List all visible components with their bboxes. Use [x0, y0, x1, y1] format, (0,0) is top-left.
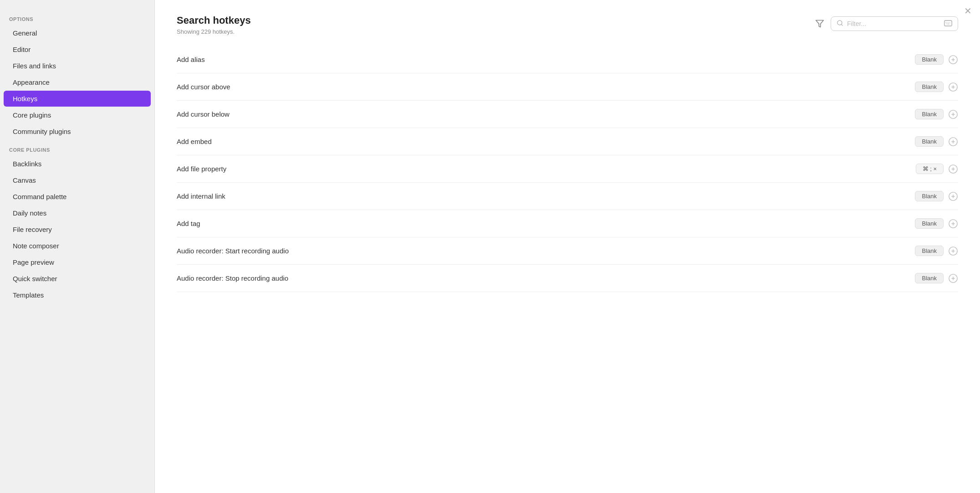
filter-icon — [815, 19, 824, 28]
hotkey-row-add-file-property: Add file property⌘ ; × — [177, 155, 958, 183]
header-title-area: Search hotkeys Showing 229 hotkeys. — [177, 15, 251, 35]
hotkeys-list: Add aliasBlankAdd cursor aboveBlankAdd c… — [155, 35, 980, 493]
hotkey-controls-add-cursor-below: Blank — [915, 109, 958, 119]
hotkey-name-audio-recorder-stop: Audio recorder: Stop recording audio — [177, 274, 288, 282]
filter-button[interactable] — [813, 17, 826, 30]
hotkey-badge-add-cursor-below: Blank — [915, 109, 944, 119]
hotkey-name-add-internal-link: Add internal link — [177, 192, 225, 200]
add-hotkey-button-add-cursor-below[interactable] — [948, 109, 958, 119]
main-content: ✕ Search hotkeys Showing 229 hotkeys. — [155, 0, 980, 493]
hotkey-controls-add-file-property: ⌘ ; × — [916, 164, 958, 174]
hotkey-controls-add-embed: Blank — [915, 136, 958, 147]
hotkey-controls-add-alias: Blank — [915, 54, 958, 65]
sidebar-item-quick-switcher[interactable]: Quick switcher — [4, 271, 151, 287]
sidebar-item-appearance[interactable]: Appearance — [4, 74, 151, 90]
hotkey-badge-audio-recorder-stop: Blank — [915, 273, 944, 283]
hotkey-controls-add-internal-link: Blank — [915, 191, 958, 201]
page-title: Search hotkeys — [177, 15, 251, 26]
main-header: Search hotkeys Showing 229 hotkeys. — [155, 0, 980, 35]
core-plugins-section-label: Core plugins — [0, 140, 154, 155]
hotkey-name-add-alias: Add alias — [177, 56, 205, 63]
hotkey-controls-audio-recorder-start: Blank — [915, 246, 958, 256]
add-hotkey-button-add-embed[interactable] — [948, 137, 958, 147]
hotkey-badge-add-internal-link: Blank — [915, 191, 944, 201]
add-hotkey-button-audio-recorder-start[interactable] — [948, 246, 958, 256]
hotkey-row-add-alias: Add aliasBlank — [177, 46, 958, 73]
sidebar-item-daily-notes[interactable]: Daily notes — [4, 205, 151, 221]
hotkey-name-add-tag: Add tag — [177, 220, 200, 227]
sidebar-item-core-plugins[interactable]: Core plugins — [4, 107, 151, 123]
options-section-label: Options — [0, 9, 154, 25]
sidebar-item-community-plugins[interactable]: Community plugins — [4, 123, 151, 139]
hotkey-name-add-file-property: Add file property — [177, 165, 226, 173]
add-hotkey-button-add-tag[interactable] — [948, 219, 958, 229]
hotkey-row-audio-recorder-start: Audio recorder: Start recording audioBla… — [177, 237, 958, 265]
add-hotkey-button-audio-recorder-stop[interactable] — [948, 273, 958, 283]
hotkey-name-add-embed: Add embed — [177, 138, 212, 145]
sidebar-item-general[interactable]: General — [4, 25, 151, 41]
hotkey-controls-audio-recorder-stop: Blank — [915, 273, 958, 283]
hotkey-row-add-internal-link: Add internal linkBlank — [177, 183, 958, 210]
filter-input-wrapper — [831, 16, 958, 31]
sidebar-item-canvas[interactable]: Canvas — [4, 172, 151, 188]
add-hotkey-button-add-internal-link[interactable] — [948, 191, 958, 201]
hotkey-row-add-cursor-below: Add cursor belowBlank — [177, 101, 958, 128]
keyboard-icon — [944, 20, 952, 28]
svg-marker-0 — [816, 21, 824, 27]
hotkey-name-add-cursor-below: Add cursor below — [177, 110, 230, 118]
hotkey-badge-add-file-property: ⌘ ; × — [916, 164, 944, 174]
hotkey-row-add-cursor-above: Add cursor aboveBlank — [177, 73, 958, 101]
close-button[interactable]: ✕ — [964, 5, 972, 16]
sidebar-item-command-palette[interactable]: Command palette — [4, 189, 151, 205]
hotkey-name-audio-recorder-start: Audio recorder: Start recording audio — [177, 247, 289, 255]
hotkey-badge-add-tag: Blank — [915, 218, 944, 229]
hotkey-name-add-cursor-above: Add cursor above — [177, 83, 230, 91]
sidebar-item-backlinks[interactable]: Backlinks — [4, 156, 151, 172]
sidebar-item-hotkeys[interactable]: Hotkeys — [4, 91, 151, 107]
sidebar-item-note-composer[interactable]: Note composer — [4, 238, 151, 254]
hotkey-badge-add-embed: Blank — [915, 136, 944, 147]
hotkey-badge-audio-recorder-start: Blank — [915, 246, 944, 256]
sidebar-item-files-and-links[interactable]: Files and links — [4, 58, 151, 74]
hotkey-controls-add-cursor-above: Blank — [915, 82, 958, 92]
hotkey-row-add-tag: Add tagBlank — [177, 210, 958, 237]
sidebar: Options GeneralEditorFiles and linksAppe… — [0, 0, 155, 493]
hotkey-row-audio-recorder-stop: Audio recorder: Stop recording audioBlan… — [177, 265, 958, 292]
sidebar-item-templates[interactable]: Templates — [4, 287, 151, 303]
hotkey-badge-add-cursor-above: Blank — [915, 82, 944, 92]
add-hotkey-button-add-file-property[interactable] — [948, 164, 958, 174]
svg-line-2 — [841, 24, 842, 26]
sidebar-item-page-preview[interactable]: Page preview — [4, 254, 151, 270]
hotkey-row-add-embed: Add embedBlank — [177, 128, 958, 155]
add-hotkey-button-add-alias[interactable] — [948, 55, 958, 65]
hotkey-controls-add-tag: Blank — [915, 218, 958, 229]
header-controls — [813, 16, 958, 31]
hotkey-badge-add-alias: Blank — [915, 54, 944, 65]
add-hotkey-button-add-cursor-above[interactable] — [948, 82, 958, 92]
sidebar-item-editor[interactable]: Editor — [4, 41, 151, 57]
sidebar-item-file-recovery[interactable]: File recovery — [4, 221, 151, 237]
search-icon — [837, 20, 843, 28]
svg-rect-3 — [944, 21, 952, 26]
search-input[interactable] — [847, 20, 940, 27]
page-subtitle: Showing 229 hotkeys. — [177, 28, 251, 35]
